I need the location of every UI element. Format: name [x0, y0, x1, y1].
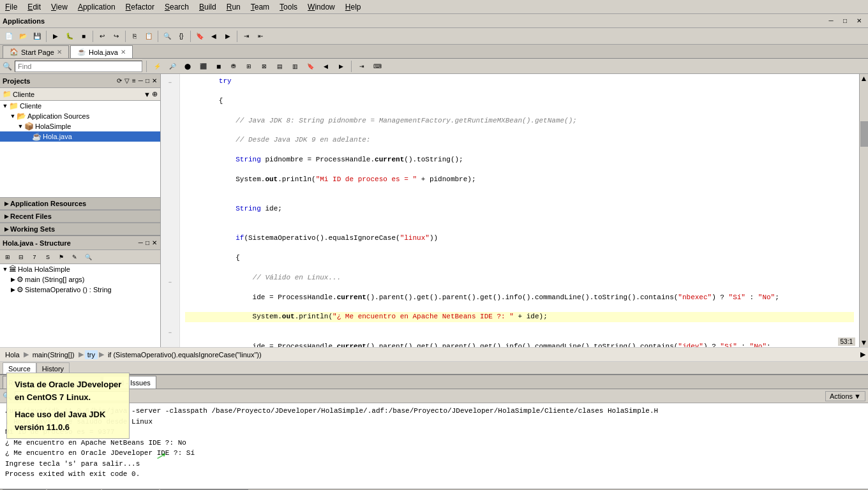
stop-button[interactable]: ■ [77, 30, 90, 43]
outdent-button[interactable]: ⇤ [254, 30, 267, 43]
refactor-button[interactable]: {} [175, 30, 188, 43]
collapse-marker-3[interactable]: − [168, 330, 172, 336]
redo-button[interactable]: ↪ [110, 30, 123, 43]
expander-cliente[interactable]: ▼ [1, 102, 9, 110]
search-btn-10[interactable]: ▥ [288, 60, 301, 73]
search-btn-11[interactable]: 🔖 [304, 60, 317, 73]
struct-btn-1[interactable]: ⊞ [1, 251, 14, 264]
menu-file[interactable]: File [0, 1, 22, 13]
projects-sync-btn[interactable]: ⟳ [116, 77, 123, 85]
projects-close-btn[interactable]: ✕ [151, 77, 158, 85]
nav-prev-button[interactable]: ◀ [207, 30, 220, 43]
structure-minimize[interactable]: ─ [138, 239, 144, 247]
app-resources-expander[interactable]: ▶ [3, 200, 10, 207]
collapse-marker-2[interactable]: − [168, 279, 172, 286]
menu-refactor[interactable]: Refactor [121, 1, 160, 13]
search-btn-8[interactable]: ⊠ [258, 60, 271, 73]
expander-holasimple[interactable]: ▼ [17, 122, 24, 130]
struct-item-hola[interactable]: ▼ 🏛 Hola HolaSimple [0, 264, 160, 274]
run-button[interactable]: ▶ [49, 30, 62, 43]
tree-item-hola-java[interactable]: ☕ Hola.java [0, 131, 160, 142]
search-btn-15[interactable]: ⌨ [371, 60, 384, 73]
breadcrumb-if[interactable]: if (SistemaOperativo().equalsIgnoreCase(… [105, 350, 264, 359]
menu-view[interactable]: View [46, 1, 73, 13]
struct-btn-3[interactable]: 7 [28, 251, 41, 264]
search-btn-4[interactable]: ⬛ [197, 60, 209, 73]
tab-start-page[interactable]: 🏠 Start Page ✕ [3, 45, 69, 58]
search-btn-2[interactable]: 🔎 [166, 60, 179, 73]
struct-expander-sistema[interactable]: ▶ [9, 286, 17, 293]
expander-app-sources[interactable]: ▼ [9, 112, 17, 120]
search-btn-6[interactable]: ⛃ [227, 60, 240, 73]
undo-button[interactable]: ↩ [96, 30, 108, 43]
section-app-resources[interactable]: ▶ Application Resources [0, 197, 160, 210]
scroll-down-btn[interactable]: ▼ [860, 338, 868, 347]
menu-search[interactable]: Search [160, 1, 194, 13]
struct-item-sistema[interactable]: ▶ ⚙ SistemaOperativo () : String [0, 285, 160, 295]
search-btn-14[interactable]: ⇥ [355, 60, 368, 73]
collapse-marker[interactable]: − [168, 80, 172, 86]
menu-edit[interactable]: Edit [22, 1, 46, 13]
breadcrumb-try[interactable]: try [85, 350, 98, 359]
struct-btn-6[interactable]: ✎ [68, 251, 81, 264]
maximize-button[interactable]: □ [839, 15, 851, 27]
breadcrumb-main[interactable]: main(String[]) [30, 350, 77, 359]
nav-next-button[interactable]: ▶ [221, 30, 234, 43]
indent-button[interactable]: ⇥ [240, 30, 253, 43]
struct-expander-hola[interactable]: ▼ [1, 265, 9, 273]
struct-btn-2[interactable]: ⊟ [15, 251, 27, 264]
struct-btn-7[interactable]: 🔍 [82, 251, 94, 264]
structure-float[interactable]: □ [145, 239, 150, 247]
close-hola-java[interactable]: ✕ [121, 48, 126, 56]
save-button[interactable]: 💾 [31, 30, 43, 43]
close-start-page[interactable]: ✕ [57, 48, 62, 56]
menu-tools[interactable]: Tools [274, 1, 303, 13]
working-sets-expander[interactable]: ▶ [3, 225, 10, 233]
projects-minimize-btn[interactable]: ─ [138, 77, 144, 85]
section-working-sets[interactable]: ▶ Working Sets [0, 223, 160, 235]
tree-item-app-sources[interactable]: ▼ 📂 Application Sources [0, 111, 160, 121]
projects-filter-btn[interactable]: ▽ [124, 77, 130, 85]
tab-hola-java[interactable]: ☕ Hola.java ✕ [70, 45, 133, 58]
projects-float-btn[interactable]: □ [145, 77, 150, 85]
section-recent-files[interactable]: ▶ Recent Files [0, 210, 160, 223]
actions-button[interactable]: Actions ▼ [825, 391, 865, 401]
scroll-thumb[interactable] [860, 121, 868, 147]
search-btn-3[interactable]: ⬤ [181, 60, 194, 73]
open-button[interactable]: 📂 [17, 30, 29, 43]
menu-build[interactable]: Build [194, 1, 221, 13]
tree-item-holasimple[interactable]: ▼ 📦 HolaSimple [0, 121, 160, 131]
project-dropdown[interactable]: 📁 Cliente ▼ ⊕ [0, 88, 160, 101]
menu-application[interactable]: Application [73, 1, 121, 13]
projects-config-btn[interactable]: ≡ [131, 77, 137, 85]
search-btn-1[interactable]: ⚡ [151, 60, 163, 73]
search-btn-12[interactable]: ◀ [319, 60, 332, 73]
editor-scrollbar[interactable]: ▲ ▼ [859, 74, 868, 347]
minimize-button[interactable]: ─ [825, 15, 837, 27]
tree-item-cliente[interactable]: ▼ 📁 Cliente [0, 101, 160, 111]
structure-close[interactable]: ✕ [151, 239, 158, 247]
paste-button[interactable]: 📋 [142, 30, 155, 43]
close-window-button[interactable]: ✕ [853, 15, 865, 27]
menu-run[interactable]: Run [221, 1, 246, 13]
search-input[interactable] [15, 61, 142, 72]
recent-files-expander[interactable]: ▶ [3, 212, 10, 220]
bookmark-button[interactable]: 🔖 [193, 30, 206, 43]
struct-expander-main[interactable]: ▶ [9, 276, 17, 283]
debug-button[interactable]: 🐛 [63, 30, 76, 43]
struct-btn-4[interactable]: S [41, 251, 54, 264]
struct-btn-5[interactable]: ⚑ [55, 251, 68, 264]
scroll-up-btn[interactable]: ▲ [860, 74, 868, 83]
search-btn-5[interactable]: ◼ [212, 60, 225, 73]
new-button[interactable]: 📄 [3, 30, 15, 43]
struct-item-main[interactable]: ▶ ⚙ main (String[] args) [0, 274, 160, 285]
menu-help[interactable]: Help [340, 1, 366, 13]
copy-button[interactable]: ⎘ [128, 30, 141, 43]
menu-team[interactable]: Team [246, 1, 274, 13]
menu-window[interactable]: Window [303, 1, 340, 13]
breadcrumb-hola[interactable]: Hola [3, 350, 22, 359]
code-content[interactable]: − [161, 74, 859, 347]
search-btn-13[interactable]: ▶ [334, 60, 347, 73]
search-btn-7[interactable]: ⊞ [243, 60, 255, 73]
search-btn-9[interactable]: ▤ [273, 60, 286, 73]
